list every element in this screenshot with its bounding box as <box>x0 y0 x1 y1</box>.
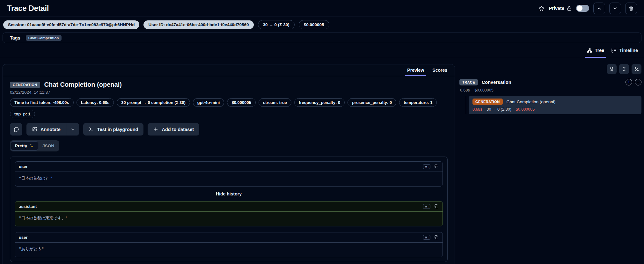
message-tools: M↓ <box>423 164 439 169</box>
annotate-label: Annotate <box>40 127 61 132</box>
playground-button[interactable]: Test in playground <box>83 123 144 136</box>
token-usage-badge: 30 → 0 (Σ 30) <box>258 20 295 29</box>
metric-presence-penalty: presence_penalty: 0 <box>348 98 396 107</box>
markdown-toggle-icon[interactable]: M↓ <box>423 235 430 240</box>
generation-type-badge: GENERATION <box>472 99 503 105</box>
format-json-option[interactable]: JSON <box>38 141 58 150</box>
trace-expand-controls: + − <box>626 79 641 85</box>
format-pretty-label: Pretty <box>15 143 27 148</box>
add-to-dataset-button[interactable]: Add to dataset <box>148 123 199 136</box>
tab-timeline[interactable]: Timeline <box>608 43 641 58</box>
tree-guide-line <box>466 96 466 114</box>
annotate-button[interactable]: Annotate <box>26 123 66 136</box>
privacy-status: Private <box>549 6 572 11</box>
trace-tree-root[interactable]: TRACE Conversation + − <box>459 79 641 85</box>
format-toggle: Pretty JSON <box>10 140 59 151</box>
hide-history-toggle[interactable]: Hide history <box>15 191 443 196</box>
chevron-down-icon <box>612 6 618 11</box>
tab-preview[interactable]: Preview <box>403 64 428 76</box>
generation-cost: $0.000005 <box>516 107 535 112</box>
message-header: user M↓ <box>15 232 443 243</box>
lock-icon <box>567 6 572 11</box>
tab-tree[interactable]: Tree <box>583 43 608 58</box>
expand-all-icon[interactable]: + <box>626 79 632 85</box>
comment-icon <box>13 127 19 132</box>
generation-tokens: 30 → 0 (Σ 30) <box>487 107 511 112</box>
trash-icon <box>628 6 634 11</box>
session-badge[interactable]: Session: 01aaacf6-e0fe-457d-a7de-7c1ee08… <box>3 20 139 29</box>
generation-header: GENERATION Chat Completion (openai) <box>10 81 448 88</box>
generation-timestamp: 02/12/2024, 14:11:37 <box>10 90 448 95</box>
message-role: user <box>19 235 27 240</box>
message-tools: M↓ <box>423 235 439 240</box>
message-assistant: assistant M↓ "日本の首都は東京です。" <box>15 201 443 226</box>
user-id-badge[interactable]: User ID: dc47a41e-06bc-400d-bde1-f0e440d… <box>143 20 253 29</box>
public-toggle[interactable] <box>576 5 589 12</box>
timeline-icon <box>611 48 617 53</box>
message-content: "ありがとう" <box>15 243 443 257</box>
observation-body: GENERATION Chat Completion (openai) 02/1… <box>3 76 455 262</box>
tab-scores[interactable]: Scores <box>428 64 451 76</box>
copy-icon[interactable] <box>434 235 439 240</box>
metric-frequency-penalty: frequency_penalty: 0 <box>294 98 345 107</box>
tag-chip[interactable]: Chat Competition <box>26 35 62 41</box>
chevron-up-icon <box>596 6 602 11</box>
generation-latency: 0.68s <box>472 107 482 112</box>
format-pretty-option[interactable]: Pretty <box>11 141 38 150</box>
trace-type-badge: TRACE <box>459 79 478 85</box>
generation-type-badge: GENERATION <box>10 82 40 88</box>
top-bar: Trace Detail Private <box>0 0 644 17</box>
generation-tree-header: GENERATION Chat Completion (openai) <box>472 99 638 105</box>
collapse-icon[interactable]: − <box>635 79 641 85</box>
star-icon[interactable] <box>538 5 545 12</box>
metric-token-breakdown: 30 prompt → 0 completion (Σ 30) <box>117 98 190 107</box>
collapse-all-button[interactable] <box>619 64 629 74</box>
copy-icon[interactable] <box>434 204 439 209</box>
privacy-label: Private <box>549 6 564 11</box>
action-buttons: Annotate Test in playground Add to datas… <box>10 123 448 136</box>
delete-trace-button[interactable] <box>625 3 637 14</box>
generation-tree-card[interactable]: GENERATION Chat Completion (openai) 0.68… <box>469 96 641 114</box>
tree-item-generation[interactable]: GENERATION Chat Completion (openai) 0.68… <box>466 96 641 114</box>
next-trace-button[interactable] <box>609 3 621 14</box>
comments-button[interactable] <box>10 123 22 136</box>
observation-panel: Preview Scores GENERATION Chat Completio… <box>3 64 455 264</box>
toggle-knob <box>577 5 582 11</box>
tab-timeline-label: Timeline <box>619 48 638 53</box>
metrics-toggle-button[interactable] <box>632 64 641 74</box>
percent-icon <box>634 67 639 72</box>
messages-container: user M↓ "日本の首都は? " Hide history assistan… <box>10 157 448 262</box>
message-role: user <box>19 164 27 169</box>
prev-trace-button[interactable] <box>593 3 605 14</box>
scores-toggle-button[interactable] <box>607 64 617 74</box>
view-tabs: Tree Timeline <box>0 43 644 58</box>
panel-tabs: Preview Scores <box>3 64 455 76</box>
metric-time-to-first-token: Time to first token: -498.00s <box>10 98 74 107</box>
message-user-2: user M↓ "ありがとう" <box>15 232 443 257</box>
copy-icon[interactable] <box>434 164 439 169</box>
edit-icon <box>32 127 37 132</box>
message-content: "日本の首都は? " <box>15 172 443 186</box>
page-title: Trace Detail <box>7 4 49 13</box>
tags-box: Tags Chat Competition <box>3 33 641 43</box>
annotate-split-button: Annotate <box>26 123 79 136</box>
annotate-dropdown-button[interactable] <box>66 123 79 136</box>
markdown-toggle-icon[interactable]: M↓ <box>423 204 430 209</box>
cost-badge: $0.000005 <box>299 20 329 29</box>
trace-name: Conversation <box>482 80 511 85</box>
trace-stats: 0.68s $0.000005 <box>459 88 641 92</box>
terminal-icon <box>89 127 94 132</box>
tags-label: Tags <box>10 35 20 40</box>
add-to-dataset-label: Add to dataset <box>162 127 194 132</box>
message-header: user M↓ <box>15 162 443 172</box>
markdown-toggle-icon[interactable]: M↓ <box>423 164 430 169</box>
sparkles-icon <box>29 143 34 148</box>
tree-controls <box>459 64 641 74</box>
generation-tree-name: Chat Completion (openai) <box>507 99 556 104</box>
metric-stream: stream: true <box>259 98 291 107</box>
chevron-down-icon <box>70 127 75 132</box>
tab-tree-label: Tree <box>595 48 604 53</box>
metric-top-p: top_p: 1 <box>10 110 35 118</box>
metric-latency: Latency: 0.68s <box>77 98 114 107</box>
metric-temperature: temperature: 1 <box>399 98 437 107</box>
